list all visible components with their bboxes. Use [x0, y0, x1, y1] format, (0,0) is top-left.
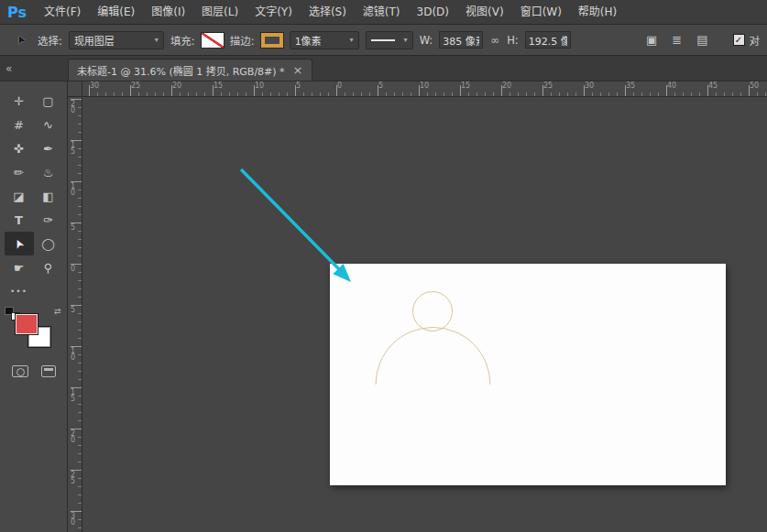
- menu-layer[interactable]: 图层(L): [193, 0, 247, 25]
- ruler-number: 0: [337, 81, 378, 91]
- crop-tool[interactable]: #: [5, 113, 34, 136]
- ruler-number: 5: [296, 81, 337, 91]
- stroke-style-dropdown[interactable]: ▾: [366, 31, 413, 49]
- menu-file[interactable]: 文件(F): [36, 0, 89, 25]
- ruler-number: 30: [585, 81, 626, 91]
- brush-tool-icon: ✏: [14, 166, 24, 179]
- select-mode-dropdown[interactable]: 现用图层 ▾: [69, 31, 164, 49]
- brush-tool[interactable]: ✏: [5, 160, 34, 184]
- collapse-panel-icon[interactable]: «: [0, 62, 68, 81]
- canvas-region: 30 25 20 15 10 5 0 5 10 15 20 25 30 35 4…: [68, 81, 767, 532]
- menu-select[interactable]: 选择(S): [301, 0, 355, 25]
- shape-width-input[interactable]: [439, 31, 483, 49]
- pen-tool[interactable]: ✑: [34, 208, 63, 232]
- ruler-number: 20: [502, 81, 543, 91]
- ruler-number: 25: [69, 471, 77, 512]
- move-tool[interactable]: ✛: [5, 89, 34, 113]
- photoshop-window: Ps 文件(F) 编辑(E) 图像(I) 图层(L) 文字(Y) 选择(S) 滤…: [0, 0, 767, 532]
- ruler-number: 15: [214, 81, 255, 91]
- document-canvas[interactable]: [330, 264, 726, 485]
- marquee-tool-icon: ▢: [42, 94, 53, 108]
- vertical-ruler[interactable]: 20 15 10 5 0 5 10 15 20 25 30: [68, 97, 82, 532]
- menu-edit[interactable]: 编辑(E): [89, 0, 143, 25]
- ruler-number: 5: [69, 223, 77, 265]
- current-tool-icon[interactable]: ➤: [9, 30, 31, 50]
- eyedropper-tool[interactable]: ✒: [34, 136, 63, 160]
- menu-3d[interactable]: 3D(D): [409, 0, 457, 25]
- color-swatches: ⇄: [5, 307, 63, 354]
- gradient-tool[interactable]: ◧: [34, 184, 63, 208]
- tools-panel: ✛ ▢ # ∿ ✜ ✒ ✏ ♨ ◪ ◧ T ✑ ➤ ◯ ☛ ⚲ ••• ⇄: [0, 81, 68, 532]
- path-selection-tool-icon: ➤: [10, 236, 27, 251]
- zoom-tool[interactable]: ⚲: [34, 255, 63, 279]
- align-edges-checkbox[interactable]: ✓: [733, 34, 745, 46]
- eraser-tool[interactable]: ◪: [5, 184, 34, 208]
- content-row: 20 15 10 5 0 5 10 15 20 25 30: [68, 97, 767, 532]
- menu-image[interactable]: 图像(I): [143, 0, 193, 25]
- clone-stamp-tool[interactable]: ♨: [34, 160, 63, 184]
- path-option-buttons: ▣ ≣ ▤: [646, 33, 714, 47]
- main-area: ✛ ▢ # ∿ ✜ ✒ ✏ ♨ ◪ ◧ T ✑ ➤ ◯ ☛ ⚲ ••• ⇄: [0, 81, 767, 532]
- canvas-viewport[interactable]: [82, 97, 767, 532]
- stroke-label: 描边:: [230, 33, 255, 48]
- lasso-tool[interactable]: ∿: [34, 113, 63, 136]
- screen-mode-icon[interactable]: [41, 365, 56, 377]
- tool-options-bar: ➤ 选择: 现用图层 ▾ 填充: 描边: 1像素 ▾ ▾ W: ∞ H: ▣ ≣…: [0, 25, 767, 56]
- ruler-number: 5: [69, 306, 77, 347]
- menu-help[interactable]: 帮助(H): [570, 0, 625, 25]
- stroke-width-dropdown[interactable]: 1像素 ▾: [290, 31, 359, 49]
- ruler-corner: [68, 81, 82, 97]
- document-tab[interactable]: 未标题-1 @ 31.6% (椭圆 1 拷贝, RGB/8#) * ×: [68, 59, 312, 81]
- menu-bar: Ps 文件(F) 编辑(E) 图像(I) 图层(L) 文字(Y) 选择(S) 滤…: [0, 0, 767, 25]
- eyedropper-tool-icon: ✒: [43, 142, 53, 156]
- path-alignment-icon[interactable]: ≣: [672, 33, 682, 47]
- chevron-down-icon: ▾: [155, 36, 159, 44]
- horizontal-ruler[interactable]: 30 25 20 15 10 5 0 5 10 15 20 25 30 35 4…: [82, 81, 767, 97]
- tool-grid: ✛ ▢ # ∿ ✜ ✒ ✏ ♨ ◪ ◧ T ✑ ➤ ◯ ☛ ⚲ •••: [5, 89, 63, 303]
- stroke-color-swatch[interactable]: [261, 33, 283, 48]
- menu-window[interactable]: 窗口(W): [512, 0, 570, 25]
- close-icon[interactable]: ×: [293, 64, 303, 76]
- ruler-row: 30 25 20 15 10 5 0 5 10 15 20 25 30 35 4…: [68, 81, 767, 97]
- fill-color-swatch[interactable]: [202, 33, 224, 48]
- stroke-width-value: 1像素: [295, 33, 322, 48]
- menu-type[interactable]: 文字(Y): [247, 0, 301, 25]
- hand-tool[interactable]: ☛: [5, 255, 34, 279]
- chevron-down-icon: ▾: [404, 36, 408, 44]
- type-tool-icon: T: [15, 213, 23, 227]
- menu-view[interactable]: 视图(V): [457, 0, 512, 25]
- photoshop-logo: Ps: [0, 0, 36, 25]
- ruler-number: 10: [69, 347, 77, 388]
- healing-brush-tool[interactable]: ✜: [5, 136, 34, 160]
- path-selection-tool[interactable]: ➤: [5, 232, 34, 255]
- link-dimensions-icon[interactable]: ∞: [489, 34, 500, 47]
- ruler-number: 0: [69, 265, 77, 306]
- clone-stamp-tool-icon: ♨: [43, 166, 54, 179]
- lasso-tool-icon: ∿: [43, 118, 53, 132]
- more-tools-button[interactable]: •••: [5, 279, 34, 303]
- path-arrangement-icon[interactable]: ▤: [696, 33, 707, 47]
- type-tool[interactable]: T: [5, 208, 34, 232]
- ruler-number: 10: [420, 81, 461, 91]
- ellipse-tool-icon: ◯: [41, 237, 55, 251]
- ellipse-tool[interactable]: ◯: [34, 232, 63, 255]
- swap-colors-icon[interactable]: ⇄: [54, 307, 61, 316]
- foreground-color-swatch[interactable]: [16, 314, 38, 334]
- gradient-tool-icon: ◧: [42, 190, 53, 203]
- ruler-number: 10: [69, 182, 77, 223]
- menu-filter[interactable]: 滤镜(T): [355, 0, 409, 25]
- path-operations-icon[interactable]: ▣: [646, 33, 657, 47]
- ruler-number: 30: [90, 81, 131, 91]
- person-outline-shape: [330, 264, 726, 485]
- shape-height-input[interactable]: [525, 31, 571, 49]
- quick-mask-icon[interactable]: [12, 365, 28, 377]
- marquee-tool[interactable]: ▢: [34, 89, 63, 113]
- select-mode-label: 选择:: [38, 33, 62, 48]
- align-edges-group: ✓ 对: [733, 33, 761, 48]
- ruler-number: 15: [461, 81, 502, 91]
- ruler-number: 35: [626, 81, 667, 91]
- zoom-tool-icon: ⚲: [44, 261, 53, 275]
- document-tab-bar: « 未标题-1 @ 31.6% (椭圆 1 拷贝, RGB/8#) * ×: [0, 56, 767, 81]
- move-tool-icon: ✛: [14, 94, 24, 108]
- fill-label: 填充:: [170, 33, 195, 48]
